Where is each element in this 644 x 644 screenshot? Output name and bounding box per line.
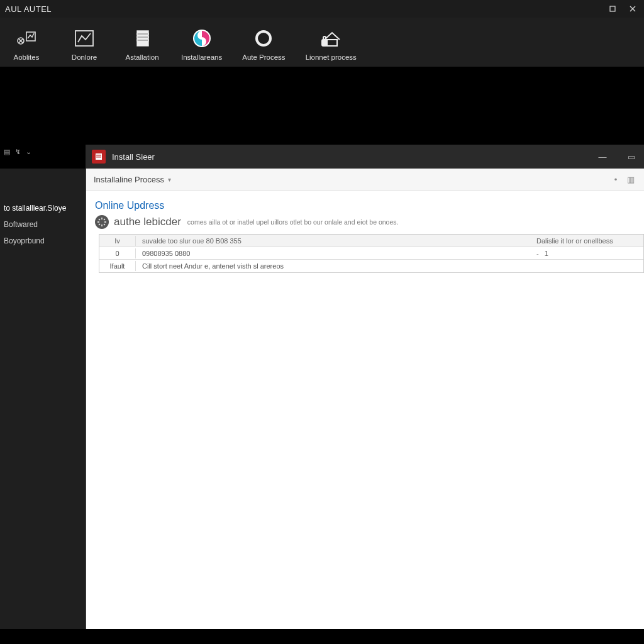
home-lock-icon bbox=[318, 27, 343, 50]
svg-rect-0 bbox=[610, 6, 615, 11]
svg-rect-7 bbox=[137, 40, 148, 41]
col-header-0: Iv bbox=[99, 236, 136, 246]
close-icon[interactable] bbox=[626, 3, 639, 15]
nav-item-installer[interactable]: to stallalllear.Sloye bbox=[1, 200, 82, 216]
panel-icon[interactable]: ▭ bbox=[625, 150, 638, 163]
cell-val: 1 bbox=[545, 250, 548, 257]
ribbon-lionnetprocess[interactable]: Lionnet process bbox=[306, 27, 357, 61]
svg-rect-5 bbox=[137, 33, 148, 35]
svg-rect-10 bbox=[327, 40, 337, 46]
app-title: AUL AUTEL bbox=[5, 4, 52, 14]
ribbon-astallation[interactable]: Astallation bbox=[123, 27, 161, 61]
section-body: Online Updress authe lebicder comes aill… bbox=[86, 191, 644, 273]
cell-dash: - bbox=[536, 250, 539, 257]
svg-rect-11 bbox=[322, 40, 327, 46]
ribbon-label: Lionnet process bbox=[306, 53, 357, 61]
section-subtitle: authe lebicder bbox=[114, 216, 181, 228]
col-header-1: suvalde too slur oue 80 B08 355 bbox=[136, 236, 530, 246]
gear-icon bbox=[95, 215, 109, 229]
tool-branch-icon[interactable]: ↯ bbox=[15, 148, 21, 156]
cell: 09808935 0880 bbox=[136, 248, 530, 258]
ribbon-toolbar: Aoblites Donlore Astallation bbox=[0, 18, 644, 67]
svg-point-15 bbox=[101, 221, 103, 223]
nav-item-background[interactable]: Boyoprbund bbox=[1, 233, 82, 249]
main-row: to stallalllear.Sloye Boftwared Boyoprbu… bbox=[0, 169, 644, 629]
mini-toolbar: ▤ ↯ ⌄ bbox=[0, 147, 49, 156]
chevron-down-icon[interactable]: ⌄ bbox=[26, 148, 31, 156]
ribbon-label: Astallation bbox=[125, 53, 158, 61]
subwindow-titlebar: Install Sieer — ▭ bbox=[86, 145, 644, 169]
cell bbox=[530, 265, 643, 267]
analytics-icon bbox=[14, 27, 39, 50]
cell: Cill stort neet Andur e, antenet visth s… bbox=[136, 261, 530, 271]
col-header-2: Dalislie it lor or onellbess bbox=[530, 236, 643, 246]
ribbon-label: Installareans bbox=[181, 53, 222, 61]
breadcrumb-bar: Installaline Process ▾ • ▥ bbox=[86, 169, 644, 191]
ring-icon bbox=[251, 27, 276, 50]
table-header: Iv suvalde too slur oue 80 B08 355 Dalis… bbox=[99, 235, 643, 247]
svg-rect-14 bbox=[96, 157, 101, 157]
chevron-down-icon[interactable]: ▾ bbox=[168, 176, 171, 183]
cell: Ifault bbox=[99, 261, 136, 271]
minimize-icon[interactable]: — bbox=[596, 150, 609, 163]
window-restore-icon[interactable] bbox=[606, 3, 619, 15]
ribbon-auteprocess[interactable]: Aute Process bbox=[242, 27, 285, 61]
ribbon-donlore[interactable]: Donlore bbox=[65, 27, 103, 61]
swirl-logo-icon bbox=[189, 27, 214, 50]
breadcrumb-grid-icon[interactable]: ▥ bbox=[625, 175, 636, 184]
ribbon-label: Donlore bbox=[72, 53, 97, 61]
result-table: Iv suvalde too slur oue 80 B08 355 Dalis… bbox=[99, 234, 644, 273]
svg-rect-6 bbox=[137, 36, 148, 38]
svg-point-9 bbox=[257, 31, 270, 45]
ribbon-applites[interactable]: Aoblites bbox=[8, 27, 45, 61]
left-nav: to stallalllear.Sloye Boftwared Boyoprbu… bbox=[0, 169, 86, 629]
empty-area bbox=[0, 67, 644, 145]
cell: 0 bbox=[99, 248, 136, 258]
svg-rect-13 bbox=[96, 155, 101, 155]
nav-item-software[interactable]: Boftwared bbox=[1, 216, 82, 233]
breadcrumb[interactable]: Installaline Process bbox=[94, 175, 164, 184]
table-row[interactable]: Ifault Cill stort neet Andur e, antenet … bbox=[99, 260, 643, 272]
cell: - 1 bbox=[530, 248, 643, 258]
document-stack-icon bbox=[130, 27, 155, 50]
ribbon-label: Aoblites bbox=[14, 53, 40, 61]
chart-icon bbox=[72, 27, 97, 50]
titlebar: AUL AUTEL bbox=[0, 0, 644, 18]
section-title: Online Updress bbox=[95, 200, 644, 211]
app-badge-icon bbox=[92, 150, 106, 164]
table-row[interactable]: 0 09808935 0880 - 1 bbox=[99, 247, 643, 260]
breadcrumb-dot-icon[interactable]: • bbox=[610, 175, 621, 184]
ribbon-label: Aute Process bbox=[242, 53, 285, 61]
section-subrow: authe lebicder comes ailla ot or inatlel… bbox=[95, 215, 644, 229]
tool-page-icon[interactable]: ▤ bbox=[4, 148, 10, 156]
subwindow-title: Install Sieer bbox=[112, 152, 155, 162]
section-desc: comes ailla ot or inatlel upel uillors o… bbox=[187, 218, 399, 226]
ribbon-installareans[interactable]: Installareans bbox=[181, 27, 222, 61]
content-pane: Installaline Process ▾ • ▥ Online Updres… bbox=[86, 169, 644, 629]
